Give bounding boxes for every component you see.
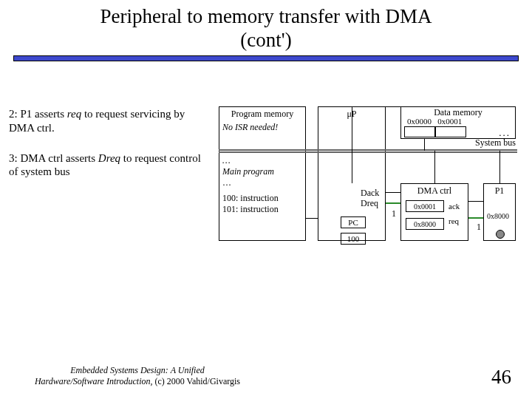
footer-line1: Embedded Systems Design: A Unified [70,365,205,375]
program-memory-body: No ISR needed! … Main program … 100: ins… [222,122,302,215]
slide-title: Peripheral to memory transfer with DMA (… [0,0,532,52]
p1-addr: 0x8000 [487,212,509,220]
dma-reg2: 0x8000 [406,218,444,230]
step-2: 2: P1 asserts req to request servicing b… [9,107,208,135]
page-number: 46 [491,366,511,389]
bus-conn-dmactrl [434,151,435,183]
bus-conn-datamem [424,139,425,151]
step-3: 3: DMA ctrl asserts Dreq to request cont… [9,151,208,180]
conn-pm-mup [306,218,318,219]
p1-dot-icon [496,230,505,239]
step2-pre: 2: P1 asserts [9,108,67,120]
one-label-2: 1 [477,222,481,233]
bus-conn-p1 [499,151,500,183]
addr0: 0x0000 [407,117,432,126]
dack-wire [386,192,400,193]
dreq-wire [386,202,400,204]
system-bus-label: System bus [475,137,516,149]
footer-line3: (c) 2000 Vahid/Givargis [153,376,241,386]
no-isr-text: No ISR needed! [222,122,302,133]
dma-ctrl-header: DMA ctrl [401,184,468,198]
dma-req-label: req [449,216,459,225]
data-memory-cells [404,126,466,137]
data-memory-box: Data memory 0x0000 0x0001 ... [400,106,516,139]
dack-label: Dack [361,188,379,199]
footer-line2: Hardware/Software Introduction, [35,376,153,386]
instruction-101: 101: instruction [222,204,302,215]
program-memory-header: Program memory [219,107,305,121]
step3-pre: 3: DMA ctrl asserts [9,152,98,164]
step3-em: Dreq [98,152,120,164]
instruction-100: 100: instruction [222,193,302,204]
dma-ack-label: ack [449,202,460,211]
data-memory-addrs: 0x0000 0x0001 [407,117,462,126]
main-program-text: Main program [222,166,302,177]
title-line-1: Peripheral to memory transfer with DMA [0,4,532,28]
title-line-2: (cont') [0,28,532,52]
dm-cell-0 [404,126,435,137]
step2-em: req [67,108,81,120]
main-dots2: … [222,177,302,188]
dreq-label: Dreq [361,198,378,209]
bus-conn-mup-up [352,106,352,151]
req-wire [468,217,483,219]
bus-conn-mup-to-dm [352,106,400,107]
bus-conn-mup [352,151,352,183]
dma-ctrl-box: DMA ctrl 0x0001 0x8000 ack req [400,183,468,241]
main-dots1: … [222,155,302,166]
step-text: 2: P1 asserts req to request servicing b… [9,107,208,195]
p1-box: P1 0x8000 [483,183,516,241]
dma-diagram: Program memory No ISR needed! … Main pro… [219,103,522,273]
program-memory-box: Program memory No ISR needed! … Main pro… [219,106,306,241]
ack-wire [468,201,483,202]
pc-value: 100 [341,233,366,245]
addr1: 0x0001 [437,117,462,126]
one-label-1: 1 [392,208,396,219]
footer-citation: Embedded Systems Design: A Unified Hardw… [27,365,248,387]
pc-register: PC [341,216,366,228]
title-underline [13,55,519,61]
dm-cell-1 [435,126,466,137]
system-bus-line [219,149,517,153]
p1-header: P1 [484,184,515,198]
dma-reg1: 0x0001 [406,200,444,212]
